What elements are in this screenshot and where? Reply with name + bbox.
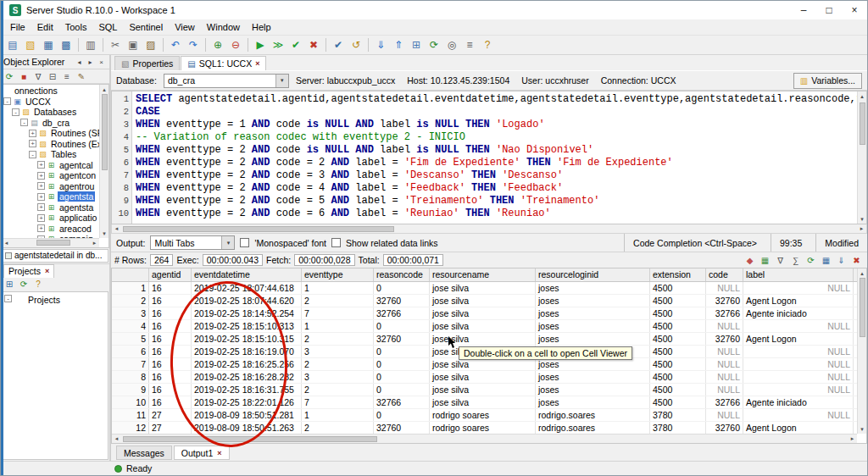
cell-eventtype[interactable]: 2	[302, 333, 374, 345]
close-tab-icon[interactable]: ×	[255, 59, 259, 68]
find-icon[interactable]: ◎	[443, 37, 460, 53]
cell-eventtype[interactable]: 2	[302, 295, 374, 307]
cell-label[interactable]: Agent Logon	[743, 422, 854, 434]
output-mode-select[interactable]: Multi Tabs ▾	[150, 235, 235, 250]
scroll-up-icon[interactable]: ▴	[860, 91, 864, 101]
cell-resourcename[interactable]: jose silva	[430, 295, 536, 307]
column-header-resourceloginid[interactable]: resourceloginid	[536, 268, 650, 281]
cell-reasoncode[interactable]: 32766	[374, 396, 430, 408]
row-number[interactable]: 4	[112, 320, 149, 332]
cell-label[interactable]: Agent Logon	[743, 333, 854, 345]
cell-code[interactable]: 32760	[706, 333, 743, 345]
run-icon[interactable]: ▶	[252, 37, 269, 53]
cell-label[interactable]: NULL	[743, 358, 854, 370]
column-header-label[interactable]: label	[743, 268, 854, 281]
cell-resourceloginid[interactable]: joses	[536, 282, 650, 294]
tab-sql1-uccx[interactable]: ▤SQL1: UCCX×	[181, 56, 266, 70]
cell-label[interactable]: NULL	[743, 371, 854, 383]
maximize-button[interactable]: □	[816, 1, 842, 19]
tree-expander[interactable]: +	[37, 161, 45, 169]
tree-expander[interactable]: +	[37, 172, 45, 180]
cell-resourcename[interactable]: rodrigo soares	[430, 422, 536, 434]
cell-extension[interactable]: 4500	[650, 346, 706, 357]
close-panel-icon[interactable]: ×	[96, 57, 107, 68]
disconnect-icon[interactable]: ⊖	[227, 37, 244, 53]
stop-icon[interactable]: ✖	[305, 37, 322, 53]
tree-expander[interactable]: +	[29, 130, 36, 137]
cell-agentid[interactable]: 16	[149, 358, 192, 370]
tree-item-agentcal[interactable]: +⊞agentcal	[2, 160, 99, 171]
chevron-down-icon[interactable]: ▾	[275, 75, 288, 87]
cell-eventtype[interactable]: 3	[302, 371, 374, 383]
monospaced-checkbox[interactable]	[240, 238, 249, 247]
run-selected-icon[interactable]: ≫	[270, 37, 287, 53]
filter-icon[interactable]: ∇	[31, 70, 45, 83]
import-icon[interactable]: ⇑	[390, 37, 407, 53]
scroll-thumb[interactable]	[123, 436, 377, 442]
tree-item-uccx[interactable]: -▣UCCX	[2, 97, 99, 108]
scroll-down-icon[interactable]: ▾	[860, 424, 864, 434]
cell-reasoncode[interactable]: 0	[374, 320, 430, 332]
tree-item-tables[interactable]: -▨Tables	[2, 149, 99, 160]
tree-expander[interactable]: +	[37, 193, 45, 201]
cell-agentid[interactable]: 16	[149, 333, 192, 345]
cell-resourcename[interactable]: rodrigo soares	[430, 409, 536, 421]
help-icon[interactable]: ?	[479, 37, 496, 53]
cell-label[interactable]: NULL	[743, 320, 854, 332]
tree-expander[interactable]: +	[37, 203, 45, 211]
tree-item-routines-ex[interactable]: +▨Routines (Ex	[2, 139, 99, 150]
column-header-reasoncode[interactable]: reasoncode	[374, 268, 430, 281]
tree-expander[interactable]: +	[37, 224, 45, 232]
print-icon[interactable]: ▥	[82, 37, 99, 53]
scroll-thumb[interactable]	[36, 240, 70, 246]
cell-eventtype[interactable]: 2	[302, 358, 374, 370]
cell-code[interactable]: NULL	[706, 409, 743, 421]
tab-projects[interactable]: Projects ×	[3, 264, 54, 278]
cell-reasoncode[interactable]: 0	[374, 358, 430, 370]
scroll-thumb[interactable]	[860, 102, 865, 145]
save-icon[interactable]: ▦	[40, 37, 57, 53]
cell-code[interactable]: NULL	[706, 371, 743, 383]
cell-resourceloginid[interactable]: joses	[536, 320, 650, 332]
chevron-down-icon[interactable]: ▾	[221, 236, 234, 249]
column-header-eventtype[interactable]: eventtype	[302, 268, 374, 281]
cell-code[interactable]: NULL	[706, 358, 743, 370]
export-grid-icon[interactable]: ▦	[758, 253, 772, 267]
tree-expander[interactable]: +	[37, 182, 45, 190]
cell-extension[interactable]: 4500	[650, 282, 706, 294]
sort-icon[interactable]: ≡	[60, 70, 74, 83]
export-file-icon[interactable]: ⇓	[834, 253, 849, 267]
cell-resourceloginid[interactable]: joses	[536, 371, 650, 383]
cell-eventtype[interactable]: 2	[302, 384, 374, 396]
new-project-icon[interactable]: ⊞	[3, 279, 16, 291]
cell-label[interactable]: Agente iniciado	[743, 396, 854, 408]
tree-vertical-scrollbar[interactable]: ▴▾	[99, 85, 108, 238]
cell-resourcename[interactable]: jose silva	[430, 333, 536, 345]
column-header-agentid[interactable]: agentid	[149, 268, 192, 281]
cell-label[interactable]: NULL	[743, 384, 854, 396]
cell-eventdatetime[interactable]: 2019-02-25 18:16:25.256	[192, 358, 302, 370]
rollback-icon[interactable]: ↺	[348, 37, 364, 53]
tree-item-applicatio[interactable]: +⊞applicatio	[2, 213, 99, 224]
copy-icon[interactable]: ▣	[125, 37, 142, 53]
object-explorer-title[interactable]: Object Explorer	[3, 57, 64, 67]
cut-icon[interactable]: ✂	[107, 37, 124, 53]
cell-resourceloginid[interactable]: joses	[536, 295, 650, 307]
cell-reasoncode[interactable]: 32760	[374, 333, 430, 345]
editor-vertical-scrollbar[interactable]: ▴▾	[857, 91, 866, 224]
tree-expander[interactable]: -	[20, 119, 28, 126]
menu-item-sentinel[interactable]: Sentinel	[123, 22, 169, 32]
dock-forward-icon[interactable]: ▸	[85, 57, 96, 68]
cell-eventdatetime[interactable]: 2019-02-25 18:07:44.620	[192, 295, 302, 307]
export-icon[interactable]: ⇓	[372, 37, 389, 53]
open-file-icon[interactable]: ▧	[22, 37, 39, 53]
cell-eventdatetime[interactable]: 2019-02-25 18:15:10.315	[192, 333, 302, 345]
menu-item-sql[interactable]: SQL	[92, 22, 123, 32]
tree-expander[interactable]: -	[3, 97, 11, 105]
tab-messages[interactable]: Messages	[116, 446, 172, 460]
cell-eventdatetime[interactable]: 2019-02-25 18:16:28.282	[192, 371, 302, 383]
aggregate-icon[interactable]: ∑	[788, 253, 803, 267]
cell-extension[interactable]: 4500	[650, 333, 706, 345]
cell-reasoncode[interactable]: 0	[374, 346, 430, 357]
cell-code[interactable]: NULL	[706, 384, 743, 396]
